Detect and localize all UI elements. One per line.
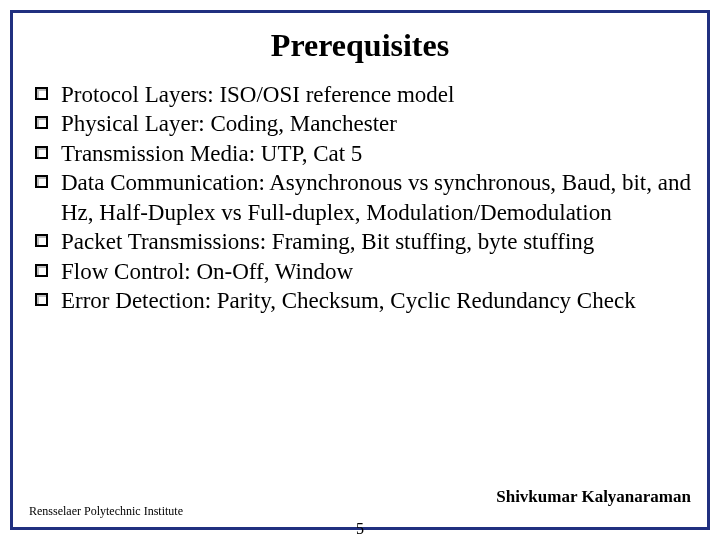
bullet-text: Flow Control: On-Off, Window	[61, 259, 353, 284]
bullet-list: Protocol Layers: ISO/OSI reference model…	[29, 80, 691, 316]
bullet-text: Packet Transmissions: Framing, Bit stuff…	[61, 229, 594, 254]
hollow-square-icon	[35, 293, 48, 306]
footer-institution: Rensselaer Polytechnic Institute	[29, 504, 183, 519]
list-item: Protocol Layers: ISO/OSI reference model	[33, 80, 691, 109]
list-item: Packet Transmissions: Framing, Bit stuff…	[33, 227, 691, 256]
bullet-text: Error Detection: Parity, Checksum, Cycli…	[61, 288, 636, 313]
bullet-text: Physical Layer: Coding, Manchester	[61, 111, 397, 136]
hollow-square-icon	[35, 87, 48, 100]
bullet-text: Transmission Media: UTP, Cat 5	[61, 141, 362, 166]
hollow-square-icon	[35, 264, 48, 277]
bullet-text: Data Communication: Asynchronous vs sync…	[61, 170, 691, 224]
list-item: Transmission Media: UTP, Cat 5	[33, 139, 691, 168]
list-item: Flow Control: On-Off, Window	[33, 257, 691, 286]
hollow-square-icon	[35, 234, 48, 247]
hollow-square-icon	[35, 116, 48, 129]
list-item: Data Communication: Asynchronous vs sync…	[33, 168, 691, 227]
page-number: 5	[356, 520, 364, 538]
list-item: Error Detection: Parity, Checksum, Cycli…	[33, 286, 691, 315]
hollow-square-icon	[35, 146, 48, 159]
bullet-text: Protocol Layers: ISO/OSI reference model	[61, 82, 454, 107]
slide-title: Prerequisites	[29, 27, 691, 64]
slide-frame: Prerequisites Protocol Layers: ISO/OSI r…	[10, 10, 710, 530]
list-item: Physical Layer: Coding, Manchester	[33, 109, 691, 138]
hollow-square-icon	[35, 175, 48, 188]
footer-author: Shivkumar Kalyanaraman	[496, 487, 691, 507]
